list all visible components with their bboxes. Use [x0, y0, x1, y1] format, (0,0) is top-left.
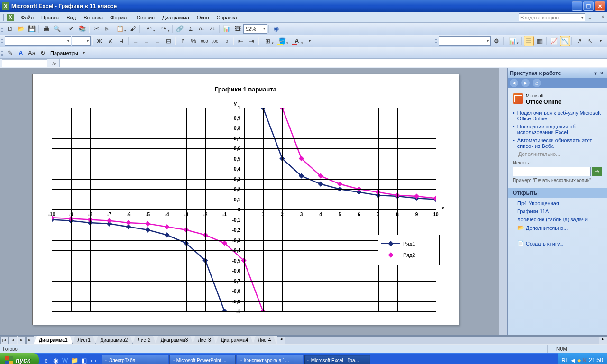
font-color-icon[interactable]: A [290, 36, 304, 46]
search-input[interactable] [513, 167, 591, 176]
save-icon[interactable]: 💾 [27, 24, 37, 34]
data-table-icon[interactable]: ▦ [534, 36, 545, 46]
taskbar-button[interactable]: ▫ЭлектрТабл [102, 355, 168, 364]
redo-icon[interactable]: ↷ [156, 24, 171, 34]
search-go-button[interactable]: ➔ [592, 167, 602, 176]
taskpane-more[interactable]: Дополнительно... [518, 151, 602, 157]
toolbar-gripper[interactable] [435, 37, 437, 46]
undo-icon[interactable]: ↶ [142, 24, 156, 34]
recent-file-link[interactable]: Графики 11А [517, 209, 602, 214]
toolbar-gripper[interactable] [2, 14, 5, 21]
tab-next-icon[interactable]: ► [18, 336, 26, 344]
menu-insert[interactable]: Вставка [80, 14, 107, 21]
sort-asc-icon[interactable]: A↓ [196, 24, 207, 34]
sheet-tab[interactable]: Диаграмма2 [95, 336, 133, 344]
workbook-minimize-button[interactable]: _ [587, 13, 593, 19]
name-box[interactable] [2, 59, 47, 67]
taskbar-button[interactable]: ▫Microsoft PowerPoint ... [169, 355, 236, 364]
chart-type-icon[interactable]: 📊 [506, 36, 520, 46]
edit-text-icon[interactable]: ✎ [5, 48, 15, 58]
word-icon[interactable]: W [61, 355, 69, 364]
chrome-icon[interactable]: ◉ [51, 355, 60, 364]
increase-decimal-icon[interactable]: ,00 [210, 36, 221, 46]
tab-prev-icon[interactable]: ◄ [9, 336, 17, 344]
percent-icon[interactable]: % [188, 36, 199, 46]
maximize-button[interactable]: ❐ [583, 1, 594, 11]
by-row-icon[interactable]: 📈 [549, 36, 559, 46]
clock[interactable]: 21:50 [589, 357, 603, 364]
tray-icon[interactable]: K [583, 357, 587, 363]
app-icon[interactable]: ◧ [80, 355, 88, 364]
italic-icon[interactable]: К [105, 36, 116, 46]
sheet-tab-active[interactable]: Диаграмма1 [34, 336, 73, 344]
underline-icon[interactable]: Ч [116, 36, 127, 46]
align-right-icon[interactable]: ≡ [152, 36, 163, 46]
increase-indent-icon[interactable]: ⇥ [246, 36, 257, 46]
fontsize-dropdown[interactable] [72, 36, 91, 46]
by-column-icon[interactable]: 📉 [560, 36, 570, 46]
comma-icon[interactable]: 000 [199, 36, 210, 46]
decrease-indent-icon[interactable]: ⇤ [235, 36, 246, 46]
menu-diagram[interactable]: Диаграмма [158, 14, 193, 21]
chart-plot-area[interactable]: -10-9-8-7-6-5-4-3-2-112345678910-1-0,9-0… [52, 108, 436, 311]
angle-cw-icon[interactable]: ↗ [574, 36, 584, 46]
tray-icon[interactable]: ◆ [577, 357, 581, 364]
taskpane-dropdown-icon[interactable]: ▾ [592, 70, 598, 76]
menu-file[interactable]: Файл [17, 14, 37, 21]
borders-icon[interactable]: ⊞ [260, 36, 275, 46]
format-painter-icon[interactable]: 🖌 [128, 24, 138, 34]
same-height-icon[interactable]: Aa [27, 48, 37, 58]
menu-window[interactable]: Окно [193, 14, 213, 21]
sort-desc-icon[interactable]: Z↓ [207, 24, 218, 34]
folder-icon[interactable]: 📁 [70, 355, 79, 364]
menu-edit[interactable]: Правка [37, 14, 63, 21]
workbook-restore-button[interactable]: ❐ [593, 13, 599, 19]
taskpane-link[interactable]: Подключиться к веб-узлу Microsoft Office… [513, 110, 602, 121]
desktop-icon[interactable]: ▭ [89, 355, 98, 364]
horizontal-scrollbar[interactable]: ◄ ► [277, 336, 607, 344]
params-label[interactable]: Параметры [48, 50, 80, 56]
font-dropdown[interactable] [5, 36, 71, 46]
help-icon[interactable]: ◉ [271, 24, 281, 34]
tab-first-icon[interactable]: |◄ [0, 336, 9, 344]
workbook-close-button[interactable]: × [600, 13, 606, 19]
taskbar-button[interactable]: ▫Microsoft Excel - Гра... [304, 355, 370, 364]
fx-icon[interactable]: fx [49, 61, 59, 66]
menu-format[interactable]: Формат [107, 14, 133, 21]
close-button[interactable]: ✕ [595, 1, 605, 11]
create-workbook-link[interactable]: Создать книгу... [517, 240, 602, 246]
align-left-icon[interactable]: ≡ [130, 36, 141, 46]
workbook-icon[interactable] [7, 14, 14, 21]
menu-view[interactable]: Вид [63, 14, 80, 21]
forward-icon[interactable]: ► [521, 79, 530, 87]
drawing-icon[interactable]: 🖼 [232, 24, 243, 34]
fill-color-icon[interactable]: 🪣 [275, 36, 289, 46]
minimize-button[interactable]: _ [572, 1, 582, 11]
legend-icon[interactable]: ☰ [524, 36, 534, 46]
chart-sheet[interactable]: Графики 1 варианта y x -10-9-8-7-6-5-4-3… [32, 74, 459, 325]
recent-file-link[interactable]: Пр4-Упрощенная [517, 200, 602, 206]
print-preview-icon[interactable]: 🔍 [52, 24, 62, 34]
chart-legend[interactable]: Ряд1 Ряд2 [378, 235, 440, 265]
home-icon[interactable]: ⌂ [533, 79, 541, 87]
tab-last-icon[interactable]: ►| [26, 336, 34, 344]
new-icon[interactable]: 🗋 [5, 24, 15, 34]
format-object-icon[interactable]: ⚙ [491, 36, 502, 46]
currency-icon[interactable]: ₽ [177, 36, 188, 46]
language-indicator[interactable]: RL [562, 357, 569, 363]
sheet-tab[interactable]: Лист4 [253, 336, 276, 344]
tray-icon[interactable]: ◀ [571, 357, 575, 364]
toolbar-gripper[interactable] [1, 37, 3, 46]
recent-file-link[interactable]: логические (таблица) задачи [517, 217, 602, 222]
chart-object-dropdown[interactable] [439, 36, 491, 46]
toolbar-options-icon[interactable]: ▾ [81, 48, 87, 58]
sheet-tab[interactable]: Лист1 [72, 336, 95, 344]
spellcheck-icon[interactable]: ✔ [66, 24, 76, 34]
toolbar-gripper[interactable] [1, 49, 3, 57]
align-center-icon[interactable]: ≡ [141, 36, 152, 46]
angle-ccw-icon[interactable]: ↖ [585, 36, 595, 46]
open-icon[interactable]: 📂 [16, 24, 26, 34]
autosum-icon[interactable]: Σ [185, 24, 196, 34]
sheet-tab[interactable]: Лист3 [193, 336, 216, 344]
cut-icon[interactable]: ✂ [91, 24, 101, 34]
